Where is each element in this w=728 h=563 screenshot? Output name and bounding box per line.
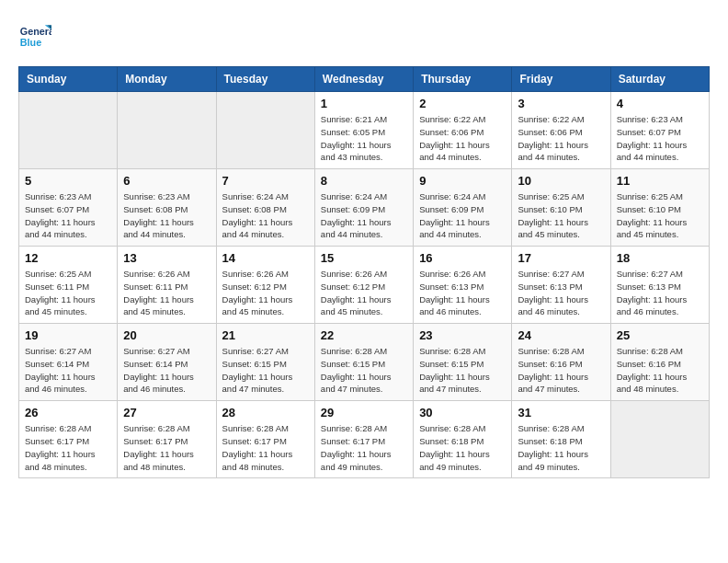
day-number: 11 xyxy=(617,174,703,188)
day-number: 12 xyxy=(25,251,111,265)
day-number: 16 xyxy=(419,251,506,265)
svg-text:Blue: Blue xyxy=(20,37,41,48)
day-info: Sunrise: 6:26 AMSunset: 6:11 PMDaylight:… xyxy=(123,268,210,318)
day-number: 27 xyxy=(123,406,210,419)
day-number: 14 xyxy=(222,251,309,265)
calendar-cell: 19Sunrise: 6:27 AMSunset: 6:14 PMDayligh… xyxy=(19,324,118,401)
weekday-header-saturday: Saturday xyxy=(610,67,709,92)
day-number: 3 xyxy=(518,97,604,110)
calendar-week-row: 12Sunrise: 6:25 AMSunset: 6:11 PMDayligh… xyxy=(19,247,710,324)
day-info: Sunrise: 6:24 AMSunset: 6:09 PMDaylight:… xyxy=(419,190,506,241)
day-number: 21 xyxy=(222,328,309,342)
day-number: 8 xyxy=(321,174,407,188)
day-info: Sunrise: 6:26 AMSunset: 6:12 PMDaylight:… xyxy=(321,268,407,318)
day-info: Sunrise: 6:28 AMSunset: 6:18 PMDaylight:… xyxy=(518,422,604,473)
day-info: Sunrise: 6:28 AMSunset: 6:18 PMDaylight:… xyxy=(419,422,506,473)
weekday-header-wednesday: Wednesday xyxy=(314,67,413,92)
day-number: 9 xyxy=(419,174,506,188)
day-info: Sunrise: 6:27 AMSunset: 6:13 PMDaylight:… xyxy=(518,268,604,318)
calendar-cell: 6Sunrise: 6:23 AMSunset: 6:08 PMDaylight… xyxy=(118,169,216,247)
calendar-cell xyxy=(610,401,709,478)
weekday-header-sunday: Sunday xyxy=(19,67,118,92)
day-info: Sunrise: 6:22 AMSunset: 6:06 PMDaylight:… xyxy=(419,113,506,164)
day-info: Sunrise: 6:27 AMSunset: 6:14 PMDaylight:… xyxy=(25,345,111,396)
logo-icon: General Blue xyxy=(18,18,51,52)
day-info: Sunrise: 6:22 AMSunset: 6:06 PMDaylight:… xyxy=(518,113,604,164)
calendar-cell: 14Sunrise: 6:26 AMSunset: 6:12 PMDayligh… xyxy=(216,247,314,324)
day-number: 13 xyxy=(123,251,210,265)
calendar-cell xyxy=(118,92,216,169)
day-info: Sunrise: 6:28 AMSunset: 6:16 PMDaylight:… xyxy=(617,345,703,396)
day-info: Sunrise: 6:25 AMSunset: 6:10 PMDaylight:… xyxy=(617,190,703,241)
calendar-week-row: 5Sunrise: 6:23 AMSunset: 6:07 PMDaylight… xyxy=(19,169,710,247)
day-info: Sunrise: 6:23 AMSunset: 6:08 PMDaylight:… xyxy=(123,190,210,241)
day-info: Sunrise: 6:25 AMSunset: 6:10 PMDaylight:… xyxy=(518,190,604,241)
day-info: Sunrise: 6:26 AMSunset: 6:13 PMDaylight:… xyxy=(419,268,506,318)
calendar-cell: 27Sunrise: 6:28 AMSunset: 6:17 PMDayligh… xyxy=(118,401,216,478)
day-info: Sunrise: 6:24 AMSunset: 6:08 PMDaylight:… xyxy=(222,190,309,241)
day-number: 31 xyxy=(518,406,604,419)
day-number: 18 xyxy=(617,251,703,265)
calendar-cell: 3Sunrise: 6:22 AMSunset: 6:06 PMDaylight… xyxy=(512,92,610,169)
weekday-header-friday: Friday xyxy=(512,67,610,92)
calendar-cell: 13Sunrise: 6:26 AMSunset: 6:11 PMDayligh… xyxy=(118,247,216,324)
weekday-header-tuesday: Tuesday xyxy=(216,67,314,92)
day-number: 30 xyxy=(419,406,506,419)
day-number: 6 xyxy=(123,174,210,188)
calendar-week-row: 26Sunrise: 6:28 AMSunset: 6:17 PMDayligh… xyxy=(19,401,710,478)
calendar-table: SundayMondayTuesdayWednesdayThursdayFrid… xyxy=(18,66,710,478)
calendar-cell: 16Sunrise: 6:26 AMSunset: 6:13 PMDayligh… xyxy=(414,247,512,324)
day-number: 2 xyxy=(419,97,506,110)
weekday-header-thursday: Thursday xyxy=(414,67,512,92)
day-info: Sunrise: 6:28 AMSunset: 6:15 PMDaylight:… xyxy=(321,345,407,396)
day-number: 20 xyxy=(123,328,210,342)
day-number: 5 xyxy=(25,174,111,188)
day-number: 28 xyxy=(222,406,309,419)
calendar-cell: 29Sunrise: 6:28 AMSunset: 6:17 PMDayligh… xyxy=(314,401,413,478)
day-number: 19 xyxy=(25,328,111,342)
day-info: Sunrise: 6:21 AMSunset: 6:05 PMDaylight:… xyxy=(321,113,407,164)
calendar-cell: 10Sunrise: 6:25 AMSunset: 6:10 PMDayligh… xyxy=(512,169,610,247)
page-header: General Blue xyxy=(18,18,710,52)
calendar-cell: 26Sunrise: 6:28 AMSunset: 6:17 PMDayligh… xyxy=(19,401,118,478)
calendar-cell: 23Sunrise: 6:28 AMSunset: 6:15 PMDayligh… xyxy=(414,324,512,401)
calendar-week-row: 1Sunrise: 6:21 AMSunset: 6:05 PMDaylight… xyxy=(19,92,710,169)
day-number: 23 xyxy=(419,328,506,342)
day-info: Sunrise: 6:28 AMSunset: 6:17 PMDaylight:… xyxy=(222,422,309,473)
calendar-cell: 20Sunrise: 6:27 AMSunset: 6:14 PMDayligh… xyxy=(118,324,216,401)
day-info: Sunrise: 6:27 AMSunset: 6:15 PMDaylight:… xyxy=(222,345,309,396)
calendar-cell: 1Sunrise: 6:21 AMSunset: 6:05 PMDaylight… xyxy=(314,92,413,169)
calendar-cell: 7Sunrise: 6:24 AMSunset: 6:08 PMDaylight… xyxy=(216,169,314,247)
calendar-cell: 24Sunrise: 6:28 AMSunset: 6:16 PMDayligh… xyxy=(512,324,610,401)
day-number: 22 xyxy=(321,328,407,342)
calendar-cell: 2Sunrise: 6:22 AMSunset: 6:06 PMDaylight… xyxy=(414,92,512,169)
day-info: Sunrise: 6:26 AMSunset: 6:12 PMDaylight:… xyxy=(222,268,309,318)
calendar-cell: 17Sunrise: 6:27 AMSunset: 6:13 PMDayligh… xyxy=(512,247,610,324)
day-number: 26 xyxy=(25,406,111,419)
day-info: Sunrise: 6:28 AMSunset: 6:16 PMDaylight:… xyxy=(518,345,604,396)
day-info: Sunrise: 6:27 AMSunset: 6:13 PMDaylight:… xyxy=(617,268,703,318)
day-info: Sunrise: 6:24 AMSunset: 6:09 PMDaylight:… xyxy=(321,190,407,241)
day-number: 24 xyxy=(518,328,604,342)
day-number: 15 xyxy=(321,251,407,265)
day-number: 1 xyxy=(321,97,407,110)
calendar-cell: 25Sunrise: 6:28 AMSunset: 6:16 PMDayligh… xyxy=(610,324,709,401)
calendar-cell: 18Sunrise: 6:27 AMSunset: 6:13 PMDayligh… xyxy=(610,247,709,324)
calendar-cell: 11Sunrise: 6:25 AMSunset: 6:10 PMDayligh… xyxy=(610,169,709,247)
calendar-week-row: 19Sunrise: 6:27 AMSunset: 6:14 PMDayligh… xyxy=(19,324,710,401)
calendar-cell: 9Sunrise: 6:24 AMSunset: 6:09 PMDaylight… xyxy=(414,169,512,247)
day-info: Sunrise: 6:28 AMSunset: 6:15 PMDaylight:… xyxy=(419,345,506,396)
calendar-cell xyxy=(216,92,314,169)
calendar-cell: 31Sunrise: 6:28 AMSunset: 6:18 PMDayligh… xyxy=(512,401,610,478)
calendar-cell: 8Sunrise: 6:24 AMSunset: 6:09 PMDaylight… xyxy=(314,169,413,247)
day-number: 17 xyxy=(518,251,604,265)
calendar-cell: 12Sunrise: 6:25 AMSunset: 6:11 PMDayligh… xyxy=(19,247,118,324)
day-number: 29 xyxy=(321,406,407,419)
day-number: 4 xyxy=(617,97,703,110)
calendar-cell: 21Sunrise: 6:27 AMSunset: 6:15 PMDayligh… xyxy=(216,324,314,401)
day-number: 7 xyxy=(222,174,309,188)
calendar-cell: 15Sunrise: 6:26 AMSunset: 6:12 PMDayligh… xyxy=(314,247,413,324)
calendar-cell: 5Sunrise: 6:23 AMSunset: 6:07 PMDaylight… xyxy=(19,169,118,247)
day-info: Sunrise: 6:25 AMSunset: 6:11 PMDaylight:… xyxy=(25,268,111,318)
day-info: Sunrise: 6:27 AMSunset: 6:14 PMDaylight:… xyxy=(123,345,210,396)
